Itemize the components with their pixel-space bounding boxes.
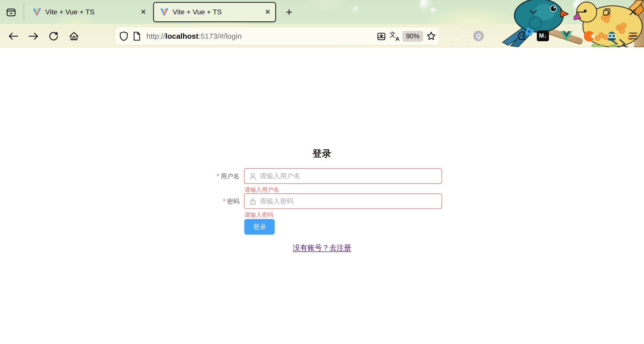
window-close-button[interactable] [625, 7, 640, 17]
address-bar[interactable]: http://localhost:5173/#/login 文 A 90% [115, 27, 439, 45]
tab-title: Vite + Vue + TS [45, 8, 138, 16]
password-label: *密码 [164, 193, 239, 209]
tab-vite-vue-ts-2-active[interactable]: Vite + Vue + TS ✕ [153, 2, 276, 22]
menu-hamburger-button[interactable] [627, 30, 639, 42]
login-submit-button[interactable]: 登录 [244, 219, 275, 235]
tab-close-button[interactable]: ✕ [138, 7, 149, 18]
password-error: 请输入密码 [245, 211, 273, 219]
translate-sub-glyph: A [395, 36, 399, 42]
lock-icon [249, 198, 257, 205]
translate-icon[interactable]: 文 A [388, 30, 401, 43]
list-all-tabs-button[interactable] [526, 7, 541, 17]
q-extension-button[interactable]: Q [473, 31, 484, 41]
url-host: localhost [165, 32, 198, 40]
firefox-view-button[interactable] [6, 7, 17, 18]
home-button[interactable] [67, 30, 80, 43]
url-scheme: http:// [146, 32, 165, 40]
tab-vite-vue-ts-1[interactable]: Vite + Vue + TS ✕ [27, 2, 151, 22]
page-info-document-icon[interactable] [130, 30, 143, 43]
tab-separator [24, 4, 24, 21]
minimize-button[interactable] [573, 7, 588, 17]
zoom-level-badge[interactable]: 90% [403, 31, 423, 42]
password-field [244, 193, 442, 209]
reload-button[interactable] [47, 30, 60, 43]
vue-devtools-extension-button[interactable] [560, 30, 573, 43]
save-page-download-icon[interactable] [375, 30, 388, 43]
username-error: 请输入用户名 [245, 186, 279, 194]
register-link-row: 没有账号？去注册 [0, 243, 644, 253]
back-button[interactable] [7, 30, 20, 43]
user-icon [249, 173, 257, 180]
goggles-extension-button[interactable] [605, 30, 618, 43]
register-link[interactable]: 没有账号？去注册 [293, 244, 351, 252]
vue-logo-icon [561, 31, 572, 41]
forward-button[interactable] [27, 30, 40, 43]
vite-favicon-icon [160, 8, 169, 16]
bookmark-star-icon[interactable] [425, 30, 438, 43]
translate-glyph: 文 [389, 30, 396, 39]
page-content: 登录 *用户名 请输入用户名 *密码 请输入密码 登录 没有账号？去注册 [0, 47, 644, 344]
new-tab-button[interactable]: + [283, 6, 296, 19]
browser-chrome: Vite + Vue + TS ✕ Vite + Vue + TS ✕ + [0, 0, 644, 47]
login-title: 登录 [0, 147, 644, 160]
required-asterisk: * [223, 198, 225, 205]
url-path: :5173/#/login [198, 32, 242, 40]
required-asterisk: * [217, 173, 219, 180]
tab-title: Vite + Vue + TS [173, 8, 262, 16]
markdown-viewer-extension-button[interactable]: M↓ [537, 30, 549, 41]
restore-button[interactable] [599, 7, 614, 17]
tracking-protection-shield-icon[interactable] [117, 30, 130, 43]
tab-close-button[interactable]: ✕ [262, 7, 273, 18]
url-display[interactable]: http://localhost:5173/#/login [146, 32, 375, 40]
username-label: *用户名 [164, 168, 239, 184]
password-input[interactable] [260, 194, 438, 208]
username-field [244, 168, 442, 184]
orange-extension-button[interactable] [583, 30, 596, 43]
extensions-puzzle-button[interactable] [515, 29, 529, 42]
username-input[interactable] [260, 169, 438, 183]
vite-favicon-icon [33, 8, 41, 16]
